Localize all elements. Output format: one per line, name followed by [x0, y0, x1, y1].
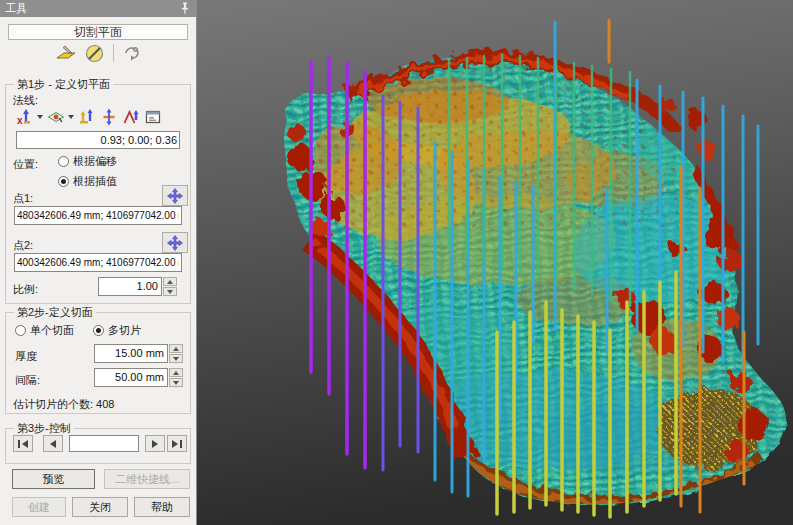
top-toolbar: [0, 42, 197, 64]
up-arrow-icon: [167, 280, 173, 284]
group-step2: 第2步-定义切面 单个切面 多切片 厚度 15.00 mm 间隔: 50.00 …: [5, 312, 191, 414]
point2-label: 点2:: [13, 238, 33, 253]
previous-slice-button[interactable]: [43, 435, 63, 452]
spacing-value[interactable]: 50.00 mm: [94, 368, 168, 387]
down-arrow-icon: [173, 357, 179, 361]
scale-label: 比例:: [13, 282, 38, 297]
radio-single-section[interactable]: 单个切面: [15, 323, 74, 338]
crosshair-pick-icon: [167, 188, 183, 204]
position-label: 位置:: [13, 157, 38, 172]
next-slice-button[interactable]: [145, 435, 165, 452]
pick-axis-dropdown-icon[interactable]: [37, 115, 43, 119]
bar-icon: [180, 440, 182, 448]
spacing-down-button[interactable]: [169, 378, 183, 387]
spacing-spin-arrows: [169, 368, 183, 387]
radio-by-offset[interactable]: 根据偏移: [58, 154, 117, 169]
close-button[interactable]: 关闭: [72, 497, 128, 517]
thickness-up-button[interactable]: [169, 344, 183, 353]
normal-vector-input[interactable]: [16, 131, 180, 149]
circle-slash-icon[interactable]: [84, 43, 106, 63]
pick-plane-glyph: [47, 108, 65, 126]
left-arrow-icon: [22, 440, 28, 448]
rotate-view-icon[interactable]: [121, 43, 143, 63]
pick-plane-dropdown-icon[interactable]: [68, 115, 74, 119]
pick-plane-icon[interactable]: [46, 107, 65, 127]
scale-spin-arrows: [163, 277, 177, 296]
up-arrow-icon: [173, 371, 179, 375]
shortcut-2d-button[interactable]: 二维快捷线...: [104, 469, 190, 489]
angle-icon[interactable]: [121, 107, 140, 127]
radio-by-interpolation-label: 根据插值: [73, 174, 117, 189]
group-step3: 第3步-控制: [5, 428, 191, 464]
plane-edit-icon[interactable]: [55, 43, 77, 63]
normal-toolbar: x: [15, 105, 162, 129]
thickness-spin-arrows: [169, 344, 183, 363]
spacing-spinner: 50.00 mm: [94, 368, 183, 387]
radio-dot: [58, 156, 69, 167]
point2-input[interactable]: [14, 253, 182, 272]
pin-icon[interactable]: [178, 2, 192, 16]
scale-down-button[interactable]: [163, 287, 177, 296]
estimated-slices-text: 估计切片的个数: 408: [13, 397, 114, 412]
preview-button-label: 预览: [43, 472, 65, 487]
down-arrow-icon: [173, 381, 179, 385]
right-arrow-icon: [172, 440, 178, 448]
group-step1: 第1步 - 定义切平面 法线: x: [5, 84, 191, 304]
slice-counter-input[interactable]: [69, 435, 139, 452]
spacing-label: 间隔:: [15, 373, 40, 388]
close-button-label: 关闭: [89, 500, 111, 515]
up-arrow-icon: [173, 347, 179, 351]
left-arrow-icon: [50, 440, 56, 448]
right-arrow-icon: [152, 440, 158, 448]
radio-multi-slices[interactable]: 多切片: [93, 323, 141, 338]
group-step3-legend: 第3步-控制: [14, 421, 74, 436]
bar-icon: [18, 440, 20, 448]
point-cloud-render: [197, 0, 793, 525]
last-slice-button[interactable]: [167, 435, 187, 452]
radio-by-interpolation[interactable]: 根据插值: [58, 174, 117, 189]
viewport-3d[interactable]: [197, 0, 793, 525]
scale-spinner: 1.00: [98, 277, 177, 296]
radio-dot: [93, 325, 104, 336]
pick-axis-glyph: x: [16, 108, 34, 126]
perpendicular-icon[interactable]: [99, 107, 118, 127]
scale-value[interactable]: 1.00: [98, 277, 162, 296]
dialog-glyph: [144, 108, 162, 126]
first-slice-button[interactable]: [13, 435, 33, 452]
point1-input[interactable]: [14, 206, 182, 225]
preview-button[interactable]: 预览: [12, 469, 95, 489]
thickness-down-button[interactable]: [169, 354, 183, 363]
angle-glyph: [122, 108, 140, 126]
tools-panel: 工具 切割平面: [0, 0, 197, 525]
create-button-label: 创建: [28, 500, 50, 515]
point1-label: 点1:: [13, 191, 33, 206]
point1-pick-button[interactable]: [162, 185, 188, 206]
plane-edit-glyph: [56, 44, 76, 62]
point2-pick-button[interactable]: [162, 232, 188, 253]
toolbar-separator: [113, 44, 114, 62]
group-step2-legend: 第2步-定义切面: [14, 305, 96, 320]
radio-dot: [15, 325, 26, 336]
help-button-label: 帮助: [151, 500, 173, 515]
crosshair-pick-icon: [167, 235, 183, 251]
pin-glyph: [180, 2, 190, 15]
two-points-icon[interactable]: [77, 107, 96, 127]
rotate-view-glyph: [122, 44, 142, 62]
create-button[interactable]: 创建: [12, 497, 66, 517]
panel-title: 工具: [5, 1, 27, 16]
tool-header: 切割平面: [8, 24, 188, 40]
scale-up-button[interactable]: [163, 277, 177, 286]
dialog-icon[interactable]: [143, 107, 162, 127]
svg-text:x: x: [17, 115, 23, 126]
pick-axis-icon[interactable]: x: [15, 107, 34, 127]
radio-by-offset-label: 根据偏移: [73, 154, 117, 169]
radio-single-section-label: 单个切面: [30, 323, 74, 338]
spacing-up-button[interactable]: [169, 368, 183, 377]
two-points-glyph: [78, 108, 96, 126]
radio-dot: [58, 176, 69, 187]
shortcut-2d-button-label: 二维快捷线...: [115, 472, 179, 487]
down-arrow-icon: [167, 290, 173, 294]
thickness-value[interactable]: 15.00 mm: [94, 344, 168, 363]
help-button[interactable]: 帮助: [134, 497, 190, 517]
panel-title-bar[interactable]: 工具: [0, 0, 197, 17]
